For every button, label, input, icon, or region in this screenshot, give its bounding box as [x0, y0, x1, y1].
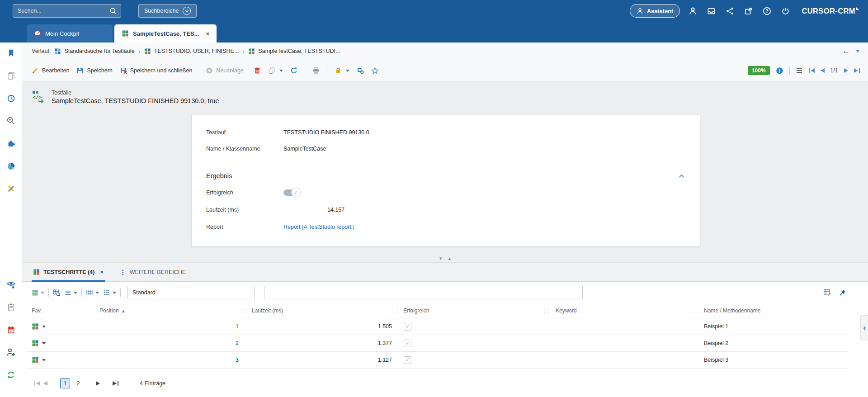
new-record-button[interactable]: Neuanlage	[206, 67, 243, 74]
column-resize-handle[interactable]	[542, 308, 552, 314]
edit-table-button[interactable]	[823, 288, 831, 297]
bookmarks-button[interactable]	[3, 45, 19, 61]
delete-button[interactable]	[254, 67, 261, 74]
global-search[interactable]	[13, 4, 121, 18]
tab-close-icon[interactable]: ×	[100, 269, 104, 275]
breadcrumb-item-testcase[interactable]: SampleTestCase, TESTSTUDI...	[248, 48, 340, 55]
chevron-left-icon	[863, 323, 866, 332]
share-button[interactable]	[724, 5, 736, 17]
toolbar-separator	[327, 66, 327, 75]
open-external-button[interactable]	[742, 5, 754, 17]
section-collapse-button[interactable]	[678, 172, 685, 180]
edit-button[interactable]: Bearbeiten	[32, 67, 69, 74]
open-windows-button[interactable]	[3, 68, 19, 83]
search-scope-button[interactable]: Suchbereiche	[138, 4, 197, 18]
table-row[interactable]: 3 1.127 Beispiel 3	[27, 352, 848, 369]
copy-button[interactable]	[268, 67, 283, 74]
caret-down-icon	[113, 292, 116, 294]
success-toggle[interactable]	[283, 189, 300, 196]
teststeps-table: Fav. Position Laufzeit (ms) Erfolgreich	[27, 303, 848, 369]
previous-record-button[interactable]	[821, 68, 825, 73]
column-header-position[interactable]: Position	[97, 307, 249, 314]
search-input[interactable]	[17, 7, 109, 14]
success-checkbox[interactable]	[404, 340, 411, 347]
tab-sampletestcase[interactable]: SampleTestCase, TES... ×	[114, 24, 217, 43]
column-resize-handle[interactable]	[390, 308, 400, 314]
breadcrumb-item-testrun[interactable]: TESTSTUDIO, USER, FINISHE...	[144, 48, 239, 55]
watchlist-button[interactable]	[3, 277, 19, 292]
help-button[interactable]	[761, 5, 773, 17]
column-header-fav[interactable]: Fav.	[27, 307, 97, 314]
row-menu-button[interactable]	[65, 289, 77, 296]
first-page-button[interactable]	[34, 381, 40, 386]
table-filter-input[interactable]	[264, 286, 583, 299]
row-fav-button[interactable]	[32, 323, 46, 330]
assistant-label: Assistent	[647, 8, 674, 14]
last-record-button[interactable]	[854, 68, 860, 73]
success-checkbox[interactable]	[404, 356, 411, 364]
info-icon	[776, 67, 783, 75]
column-resize-handle[interactable]	[238, 308, 249, 314]
column-resize-handle[interactable]	[690, 308, 701, 314]
notes-button[interactable]	[3, 299, 19, 315]
row-fav-button[interactable]	[32, 356, 46, 364]
list-view-button[interactable]	[103, 289, 116, 296]
favorite-button[interactable]	[371, 67, 379, 75]
logout-button[interactable]	[779, 5, 791, 17]
history-button[interactable]	[3, 90, 19, 106]
assistant-button[interactable]: Assistent	[630, 4, 680, 18]
table-row[interactable]: 1 1.505 Beispiel 1	[27, 318, 848, 335]
history-dropdown-icon[interactable]	[855, 50, 860, 52]
tab-close-icon[interactable]: ×	[206, 30, 209, 37]
view-select-input[interactable]	[127, 286, 255, 299]
column-header-name[interactable]: Name / Methodenname	[701, 307, 848, 314]
form-field-testlauf: Testlauf TESTSTUDIO FINISHED 99130.0	[206, 124, 685, 141]
tab-testschritte[interactable]: TESTSCHRITTE (4) ×	[32, 263, 105, 281]
calendar-button[interactable]	[3, 322, 19, 337]
modules-button[interactable]	[3, 136, 19, 151]
report-link[interactable]: Report [A TestStudio report.]	[283, 224, 354, 230]
splitter-up-button[interactable]	[448, 255, 451, 261]
favorites-menu-button[interactable]	[32, 289, 44, 296]
inbox-button[interactable]	[705, 5, 717, 17]
advanced-search-button[interactable]	[3, 113, 19, 128]
next-record-button[interactable]	[844, 68, 848, 73]
search-icon[interactable]	[109, 7, 117, 15]
rights-button[interactable]	[335, 67, 349, 74]
column-header-erfolgreich[interactable]: Erfolgreich	[400, 307, 552, 314]
add-contact-button[interactable]	[3, 345, 19, 360]
info-button[interactable]	[776, 67, 783, 75]
success-checkbox[interactable]	[404, 323, 411, 331]
next-page-button[interactable]	[96, 381, 100, 386]
print-button[interactable]	[312, 67, 320, 74]
previous-page-button[interactable]	[43, 381, 47, 386]
search-in-table-button[interactable]	[53, 289, 61, 297]
last-page-button[interactable]	[113, 381, 118, 386]
sync-button[interactable]	[3, 367, 19, 383]
reports-button[interactable]	[3, 158, 19, 174]
right-panel-expander[interactable]	[860, 315, 868, 340]
menu-button[interactable]	[796, 67, 803, 74]
splitter-down-button[interactable]	[439, 255, 442, 261]
table-view-button[interactable]	[86, 289, 99, 296]
table-row[interactable]: 2 1.377 Beispiel 2	[27, 335, 848, 352]
pin-panel-button[interactable]	[839, 289, 846, 297]
admin-tools-button[interactable]	[3, 181, 19, 196]
save-close-button[interactable]: Speichern und schließen	[120, 67, 193, 74]
history-back-button[interactable]	[842, 47, 850, 56]
column-header-laufzeit[interactable]: Laufzeit (ms)	[249, 307, 400, 314]
check-icon	[293, 189, 298, 196]
page-1-button[interactable]: 1	[60, 378, 70, 388]
vertical-dots-icon	[120, 269, 126, 276]
column-header-keyword[interactable]: Keyword	[552, 307, 701, 314]
refresh-button[interactable]	[290, 67, 297, 74]
page-2-button[interactable]: 2	[73, 378, 83, 388]
add-relation-button[interactable]	[357, 67, 364, 74]
first-record-button[interactable]	[809, 68, 815, 73]
tab-mein-cockpit[interactable]: Mein Cockpit	[27, 24, 113, 43]
tab-weitere-bereiche[interactable]: WEITERE BEREICHE	[118, 263, 187, 281]
breadcrumb-item-search[interactable]: Standardsuche für Testläufe	[54, 48, 134, 55]
save-button[interactable]: Speichern	[76, 67, 112, 74]
account-button[interactable]	[687, 5, 698, 17]
row-fav-button[interactable]	[32, 340, 46, 347]
